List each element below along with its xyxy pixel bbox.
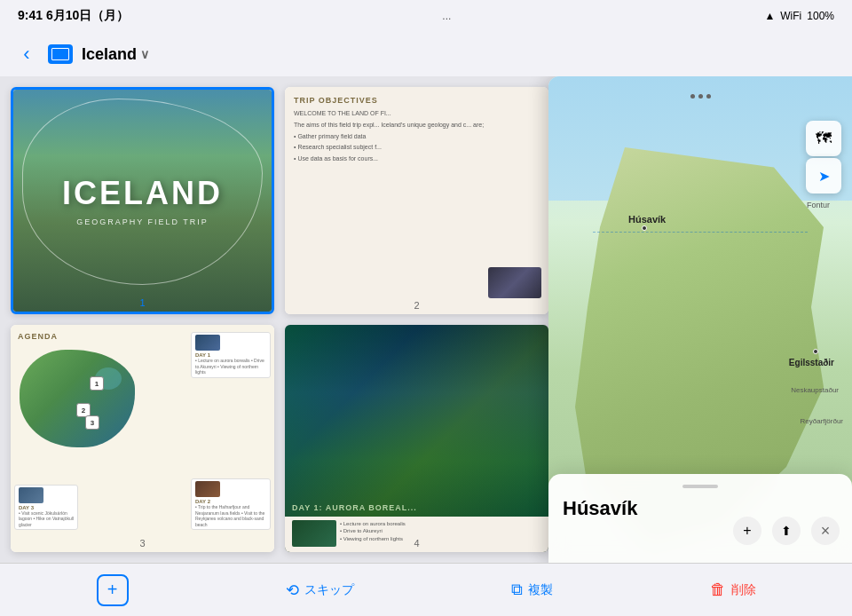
slide-3[interactable]: AGENDA 1 2 3 DAY 1 • Lecture on aurora b…: [11, 325, 274, 552]
slide-3-content: AGENDA 1 2 3 DAY 1 • Lecture on aurora b…: [11, 325, 274, 552]
map-view-button[interactable]: 🗺: [806, 121, 841, 156]
day1-image: [195, 335, 220, 351]
slide-2[interactable]: TRIP OBJECTIVES WELCOME TO THE LAND OF F…: [285, 87, 548, 314]
slide-2-bullet2: • Research specialist subject f...: [294, 143, 540, 152]
status-time: 9:41 6月10日（月）: [18, 8, 129, 24]
map-location-button[interactable]: ➤: [806, 158, 841, 193]
map-icon: 🗺: [816, 130, 832, 148]
map-dashed-line: [593, 232, 808, 233]
day1-text: • Lecture on aurora borealis • Drive to …: [195, 358, 266, 375]
egilsstadir-dot: [813, 349, 818, 354]
husavik-card-actions: + ⬆ ×: [733, 517, 840, 545]
slide-2-bullet3: • Use data as basis for cours...: [294, 154, 540, 163]
agenda-marker-1: 1: [90, 376, 104, 391]
card-handle: [682, 485, 718, 488]
map-background: Húsavík Fontur Egilsstaðir Neskaupstaður…: [548, 76, 852, 563]
day1-box: DAY 1 • Lecture on aurora borealis • Dri…: [191, 332, 271, 378]
slide-3-number: 3: [11, 538, 274, 549]
signal-icon: ▲: [764, 10, 775, 22]
add-to-map-button[interactable]: +: [733, 517, 761, 545]
day2-image: [195, 481, 220, 497]
status-bar: 9:41 6月10日（月） ... ▲ WiFi 100%: [0, 0, 852, 32]
trash-icon: 🗑: [710, 580, 726, 599]
dot-1: [690, 94, 695, 99]
slide-1[interactable]: ICELAND GEOGRAPHY FIELD TRIP 1: [11, 87, 274, 314]
slide-4-number: 4: [285, 538, 548, 549]
plus-icon: +: [743, 523, 751, 539]
share-location-button[interactable]: ⬆: [772, 517, 801, 545]
map-top-bar: [548, 76, 852, 115]
skip-label: スキップ: [304, 582, 354, 598]
slide-1-content: ICELAND GEOGRAPHY FIELD TRIP: [13, 90, 272, 312]
agenda-marker-3: 3: [85, 415, 99, 430]
slide-2-body-line1: WELCOME TO THE LAND OF FI...: [294, 109, 540, 118]
share-icon: ⬆: [781, 524, 792, 538]
close-card-button[interactable]: ×: [811, 517, 840, 545]
husavik-label: Húsavík: [628, 214, 666, 225]
slides-grid: ICELAND GEOGRAPHY FIELD TRIP 1 TRIP OBJE…: [0, 76, 559, 563]
map-btn-group: 🗺 ➤: [806, 121, 841, 193]
neskaup-label: Neskaupstaður: [791, 386, 839, 394]
day2-text: • Trip to the Hafnarfjour and Nesjaranum…: [195, 504, 266, 527]
slides-app-icon: [48, 44, 73, 64]
slide-3-map: 1 2 3: [20, 350, 135, 447]
fontur-label: Fontur: [807, 201, 830, 209]
dot-2: [698, 94, 703, 99]
title-text: Iceland: [82, 45, 137, 64]
status-icons: ▲ WiFi 100%: [764, 10, 834, 22]
day3-text: • Visit scenic Jökulsárlón lagoon • Hike…: [19, 510, 74, 528]
document-title[interactable]: Iceland ∨: [82, 45, 149, 64]
nav-bar: ‹ Iceland ∨: [0, 32, 852, 76]
slide-4-content: DAY 1: AURORA BOREAL... • Lecture on aur…: [285, 325, 548, 552]
bottom-toolbar: + ⟲ スキップ ⧉ 複製 🗑 削除: [0, 563, 852, 616]
add-icon: +: [107, 580, 118, 600]
slide-1-number: 1: [13, 297, 272, 308]
reydar-label: Reyðarfjörður: [801, 417, 843, 425]
slide-2-body-line2: The aims of this field trip expl... Icel…: [294, 121, 540, 130]
egilsstadir-label: Egilsstaðir: [789, 358, 834, 367]
slide-1-title: ICELAND: [62, 175, 223, 212]
slide-2-body: WELCOME TO THE LAND OF FI... The aims of…: [294, 109, 540, 163]
slide-2-number: 2: [285, 300, 548, 311]
status-center-dots: ...: [442, 10, 451, 22]
map-panel: Húsavík Fontur Egilsstaðir Neskaupstaður…: [548, 76, 852, 563]
wifi-icon: WiFi: [780, 10, 801, 22]
day2-box: DAY 2 • Trip to the Hafnarfjour and Nesj…: [191, 478, 271, 530]
slide-2-header: TRIP OBJECTIVES: [294, 96, 540, 105]
location-icon: ➤: [818, 168, 830, 185]
map-dots: [690, 94, 711, 99]
aurora-effect: [285, 325, 548, 517]
husavik-dot: [642, 225, 647, 231]
slide-1-subtitle: GEOGRAPHY FIELD TRIP: [76, 217, 209, 226]
add-slide-button[interactable]: +: [97, 574, 129, 606]
duplicate-icon: ⧉: [511, 580, 523, 599]
dot-3: [706, 94, 711, 99]
duplicate-button[interactable]: ⧉ 複製: [511, 580, 553, 599]
battery-icon: 100%: [807, 10, 834, 22]
slide-4[interactable]: DAY 1: AURORA BOREAL... • Lecture on aur…: [285, 325, 548, 552]
delete-label: 削除: [731, 582, 756, 598]
main-content: ICELAND GEOGRAPHY FIELD TRIP 1 TRIP OBJE…: [0, 76, 852, 563]
husavik-card: Húsavík + ⬆ ×: [548, 474, 852, 563]
slide-4-header: DAY 1: AURORA BOREAL...: [292, 503, 541, 512]
back-button[interactable]: ‹: [14, 43, 39, 66]
close-icon: ×: [821, 522, 831, 541]
day3-image: [19, 487, 43, 503]
skip-icon: ⟲: [286, 580, 299, 600]
slide-2-thumbnail: [488, 267, 541, 298]
delete-button[interactable]: 🗑 削除: [710, 580, 756, 599]
skip-button[interactable]: ⟲ スキップ: [286, 580, 354, 600]
slide-2-bullet1: • Gather primary field data: [294, 132, 540, 141]
slide-2-content: TRIP OBJECTIVES WELCOME TO THE LAND OF F…: [285, 87, 548, 314]
duplicate-label: 複製: [528, 582, 553, 598]
day3-box: DAY 3 • Visit scenic Jökulsárlón lagoon …: [14, 485, 78, 531]
title-chevron-icon: ∨: [140, 47, 149, 61]
